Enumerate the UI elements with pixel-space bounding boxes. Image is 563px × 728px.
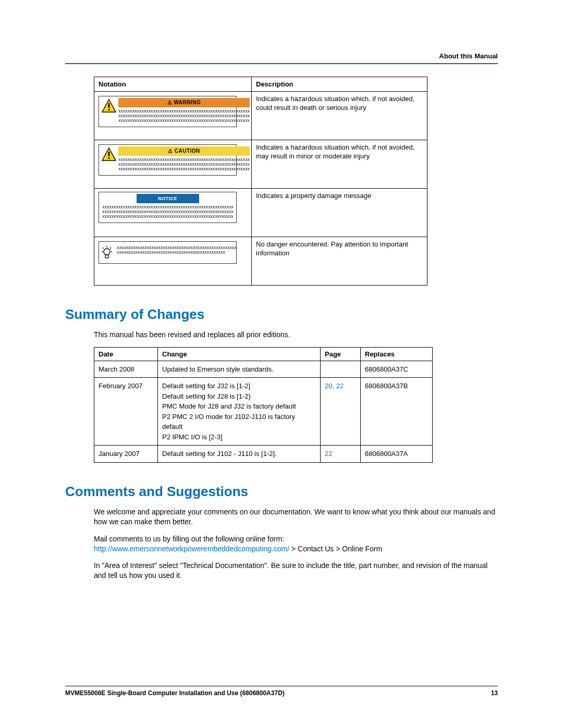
notice-box: NOTICE xxxxxxxxxxxxxxxxxxxxxxxxxxxxxxxxx… <box>99 192 237 223</box>
info-box: xxxxxxxxxxxxxxxxxxxxxxxxxxxxxxxxxxxxxxxx… <box>99 241 237 264</box>
header-rule <box>65 63 498 64</box>
comments-p2b: > Contact Us > Online Form <box>289 545 382 553</box>
cell-date: January 2007 <box>94 446 158 463</box>
svg-line-8 <box>103 248 104 249</box>
svg-rect-2 <box>108 109 110 110</box>
cell-replaces: 6806800A37C <box>361 361 433 378</box>
footer-rule <box>65 686 498 686</box>
svg-rect-5 <box>108 157 110 159</box>
notation-cell: NOTICE xxxxxxxxxxxxxxxxxxxxxxxxxxxxxxxxx… <box>94 189 252 237</box>
svg-rect-1 <box>108 103 110 108</box>
cell-change: Default setting for J32 is [1-2] Default… <box>158 378 321 446</box>
header-section-label: About this Manual <box>65 52 498 60</box>
lightbulb-icon <box>101 245 113 260</box>
notation-cell: ⚠ WARNING xxxxxxxxxxxxxxxxxxxxxxxxxxxxxx… <box>94 92 252 140</box>
cell-change: Default setting for J102 - J110 is [1-2]… <box>158 446 321 463</box>
warning-label: ⚠ WARNING <box>118 98 250 107</box>
notation-cell: ⚠ CAUTION xxxxxxxxxxxxxxxxxxxxxxxxxxxxxx… <box>94 140 252 189</box>
comments-p2a: Mail comments to us by filling out the f… <box>94 535 284 543</box>
svg-rect-12 <box>105 255 108 258</box>
warning-label-prefix: ⚠ <box>167 100 173 105</box>
th-replaces: Replaces <box>361 347 433 361</box>
footer-title: MVME55006E Single-Board Computer Install… <box>65 689 285 697</box>
summary-intro: This manual has been revised and replace… <box>94 330 498 340</box>
table-row: ⚠ CAUTION xxxxxxxxxxxxxxxxxxxxxxxxxxxxxx… <box>94 140 427 189</box>
table-header-row: Date Change Page Replaces <box>94 347 433 361</box>
comments-p2: Mail comments to us by filling out the f… <box>94 534 498 554</box>
caution-triangle-icon <box>102 147 116 161</box>
cell-page[interactable]: 22 <box>321 446 361 463</box>
comments-link[interactable]: http://www.emersonnetworkpowerembeddedco… <box>94 545 289 553</box>
caution-label-text: CAUTION <box>175 148 200 154</box>
warning-box: ⚠ WARNING xxxxxxxxxxxxxxxxxxxxxxxxxxxxxx… <box>99 96 237 127</box>
description-cell: Indicates a hazardous situation which, i… <box>252 92 427 140</box>
cell-page[interactable]: 20, 22 <box>321 378 361 446</box>
th-page: Page <box>321 347 361 361</box>
svg-line-9 <box>110 248 111 249</box>
description-cell: No danger encountered. Pay attention to … <box>252 237 427 286</box>
th-notation: Notation <box>94 77 252 92</box>
placeholder-text: xxxxxxxxxxxxxxxxxxxxxxxxxxxxxxxxxxxxxxxx… <box>117 243 236 255</box>
cell-page <box>321 361 361 378</box>
svg-point-6 <box>104 249 110 255</box>
table-row: March 2008 Updated to Emerson style stan… <box>94 361 433 378</box>
cell-replaces: 6806800A37A <box>361 446 433 463</box>
comments-heading: Comments and Suggestions <box>65 484 498 500</box>
cell-change: Updated to Emerson style standards. <box>158 361 321 378</box>
placeholder-text: xxxxxxxxxxxxxxxxxxxxxxxxxxxxxxxxxxxxxxxx… <box>118 157 250 172</box>
table-row: February 2007 Default setting for J32 is… <box>94 378 433 446</box>
warning-triangle-icon <box>102 99 116 113</box>
table-row: xxxxxxxxxxxxxxxxxxxxxxxxxxxxxxxxxxxxxxxx… <box>94 237 427 286</box>
description-cell: Indicates a property damage message <box>252 189 427 237</box>
notation-table: Notation Description ⚠ <box>94 77 427 286</box>
comments-p1: We welcome and appreciate your comments … <box>94 507 498 527</box>
caution-box: ⚠ CAUTION xxxxxxxxxxxxxxxxxxxxxxxxxxxxxx… <box>99 144 237 176</box>
table-row: ⚠ WARNING xxxxxxxxxxxxxxxxxxxxxxxxxxxxxx… <box>94 92 427 140</box>
caution-label: ⚠ CAUTION <box>118 146 250 156</box>
changes-table: Date Change Page Replaces March 2008 Upd… <box>94 347 433 463</box>
placeholder-text: xxxxxxxxxxxxxxxxxxxxxxxxxxxxxxxxxxxxxxxx… <box>102 205 233 219</box>
table-row: January 2007 Default setting for J102 - … <box>94 446 433 463</box>
th-date: Date <box>94 347 158 361</box>
table-header-row: Notation Description <box>94 77 427 92</box>
notation-cell: xxxxxxxxxxxxxxxxxxxxxxxxxxxxxxxxxxxxxxxx… <box>94 237 252 286</box>
comments-p3: In "Area of Interest" select "Technical … <box>94 561 498 581</box>
summary-heading: Summary of Changes <box>65 306 498 323</box>
placeholder-text: xxxxxxxxxxxxxxxxxxxxxxxxxxxxxxxxxxxxxxxx… <box>118 109 250 124</box>
description-cell: Indicates a hazardous situation which, i… <box>252 140 427 189</box>
th-description: Description <box>252 77 427 92</box>
caution-label-prefix: ⚠ <box>168 148 173 154</box>
page-footer: MVME55006E Single-Board Computer Install… <box>65 686 498 697</box>
th-change: Change <box>158 347 321 361</box>
cell-date: March 2008 <box>94 361 158 378</box>
cell-replaces: 6806800A37B <box>361 378 433 446</box>
notice-label: NOTICE <box>137 194 199 203</box>
cell-date: February 2007 <box>94 378 158 446</box>
warning-label-text: WARNING <box>174 100 201 105</box>
footer-page-number: 13 <box>491 689 498 697</box>
svg-rect-4 <box>108 152 110 156</box>
table-row: NOTICE xxxxxxxxxxxxxxxxxxxxxxxxxxxxxxxxx… <box>94 189 427 237</box>
